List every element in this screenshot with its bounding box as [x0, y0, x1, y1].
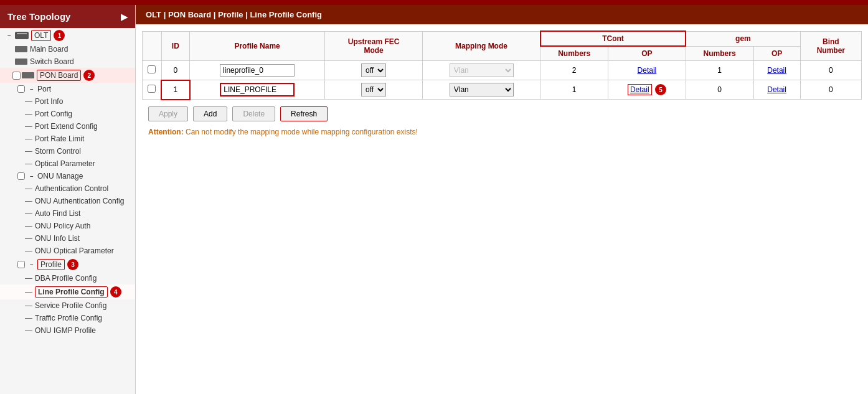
row1-profile-name-cell — [190, 80, 325, 100]
profile-section-checkbox[interactable] — [17, 261, 25, 268]
gem-group-header: gem — [686, 31, 800, 46]
row0-tcont-op-link[interactable]: Detail — [638, 66, 657, 75]
row0-profile-name-input[interactable] — [220, 64, 295, 77]
sidebar-item-port-info[interactable]: — Port Info — [0, 95, 135, 108]
row0-tcont-op-cell: Detail — [608, 61, 686, 80]
dash-icon: — — [25, 274, 32, 283]
sidebar-item-optical-parameter[interactable]: — Optical Parameter — [0, 157, 135, 170]
sidebar-item-onu-optical-param[interactable]: — ONU Optical Parameter — [0, 245, 135, 257]
row1-checkbox[interactable] — [148, 85, 156, 93]
refresh-button[interactable]: Refresh — [280, 106, 328, 121]
row0-upstream-fec-cell: off on — [324, 61, 422, 80]
expand-icon[interactable]: − — [27, 172, 36, 181]
row0-gem-op-link[interactable]: Detail — [767, 66, 786, 75]
expand-icon[interactable]: − — [5, 31, 14, 40]
onu-manage-checkbox[interactable] — [17, 172, 25, 180]
row1-mapping-mode-select[interactable]: Vlan GEM Port Priority Queue — [450, 83, 514, 96]
dash-icon: — — [25, 122, 32, 131]
sidebar-item-dba-profile-config[interactable]: — DBA Profile Config — [0, 272, 135, 284]
pon-board-label: PON Board — [37, 70, 81, 81]
apply-button[interactable]: Apply — [148, 106, 188, 121]
port-config-label: Port Config — [35, 110, 72, 118]
dash-icon: — — [25, 301, 32, 310]
row1-upstream-fec-cell: off on — [324, 80, 422, 100]
row1-tcont-op-cell: Detail 5 — [608, 80, 686, 100]
sidebar-collapse-icon[interactable]: ▶ — [121, 12, 128, 22]
dash-icon: — — [25, 246, 32, 255]
bind-number-col-header: BindNumber — [800, 31, 861, 61]
add-button[interactable]: Add — [193, 106, 227, 121]
sidebar-item-port-config[interactable]: — Port Config — [0, 108, 135, 120]
port-section-label: Port — [37, 85, 51, 93]
row1-bind-number-cell: 0 — [800, 80, 861, 100]
upstream-fec-col-header: Upstream FECMode — [324, 31, 422, 61]
sidebar-title: Tree Topology — [7, 11, 70, 22]
row0-upstream-fec-select[interactable]: off on — [361, 63, 386, 77]
id-col-header: ID — [161, 31, 190, 61]
storm-control-label: Storm Control — [35, 147, 81, 156]
profile-badge: 3 — [67, 259, 78, 270]
top-bar — [0, 0, 868, 5]
sidebar-header[interactable]: Tree Topology ▶ — [0, 5, 135, 28]
expand-icon[interactable]: − — [27, 85, 36, 93]
row1-mapping-mode-cell: Vlan GEM Port Priority Queue — [423, 80, 540, 100]
sidebar-item-onu-auth-config[interactable]: — ONU Authentication Config — [0, 195, 135, 207]
dba-profile-config-label: DBA Profile Config — [35, 274, 97, 283]
tcont-op-header: OP — [608, 46, 686, 61]
attention-label: Attention: — [148, 128, 184, 136]
line-profile-table: ID Profile Name Upstream FECMode Mapping… — [142, 30, 862, 100]
sidebar-item-service-profile-config[interactable]: — Service Profile Config — [0, 299, 135, 312]
board-icon — [22, 72, 34, 78]
port-extend-config-label: Port Extend Config — [35, 122, 98, 131]
board-icon — [15, 59, 27, 65]
sidebar-item-port-extend-config[interactable]: — Port Extend Config — [0, 120, 135, 133]
sidebar-item-auto-find-list[interactable]: — Auto Find List — [0, 207, 135, 220]
dash-icon: — — [25, 222, 32, 230]
sidebar-item-auth-control[interactable]: — Authentication Control — [0, 182, 135, 195]
row0-bind-number-cell: 0 — [800, 61, 861, 80]
device-icon — [15, 32, 29, 39]
checkbox-col-header — [143, 31, 162, 61]
delete-button[interactable]: Delete — [232, 106, 275, 121]
row1-tcont-op-link[interactable]: Detail — [628, 84, 652, 95]
sidebar-item-onu-info-list[interactable]: — ONU Info List — [0, 232, 135, 245]
sidebar-item-storm-control[interactable]: — Storm Control — [0, 145, 135, 157]
port-section-checkbox[interactable] — [17, 85, 25, 93]
row1-profile-name-input[interactable] — [220, 83, 295, 96]
row1-tcont-numbers-cell: 1 — [540, 80, 608, 100]
sidebar-item-pon-board[interactable]: PON Board 2 — [0, 68, 135, 83]
sidebar-item-port-section[interactable]: − Port — [0, 83, 135, 95]
attention-message: Can not modify the mapping mode while ma… — [186, 128, 418, 136]
profile-name-col-header: Profile Name — [190, 31, 325, 61]
sidebar-item-switch-board[interactable]: Switch Board — [0, 55, 135, 68]
mapping-mode-col-header: Mapping Mode — [423, 31, 540, 61]
sidebar-item-line-profile-config[interactable]: — Line Profile Config 4 — [0, 284, 135, 299]
main-board-label: Main Board — [30, 45, 68, 54]
row1-gem-op-link[interactable]: Detail — [767, 85, 786, 94]
sidebar-item-main-board[interactable]: Main Board — [0, 43, 135, 55]
sidebar-item-onu-igmp-profile[interactable]: — ONU IGMP Profile — [0, 324, 135, 337]
pon-board-checkbox[interactable] — [12, 72, 21, 80]
sidebar-item-profile-section[interactable]: − Profile 3 — [0, 257, 135, 272]
dash-icon: — — [25, 159, 32, 168]
dash-icon: — — [25, 234, 32, 243]
table-row: 0 off on — [143, 61, 862, 80]
sidebar-item-port-rate-limit[interactable]: — Port Rate Limit — [0, 133, 135, 145]
attention-text: Attention: Can not modify the mapping mo… — [142, 128, 862, 143]
row0-tcont-numbers-cell: 2 — [540, 61, 608, 80]
sidebar-item-traffic-profile-config[interactable]: — Traffic Profile Config — [0, 312, 135, 324]
row1-upstream-fec-select[interactable]: off on — [361, 83, 386, 96]
sidebar-item-olt[interactable]: − OLT 1 — [0, 28, 135, 43]
sidebar-item-onu-manage[interactable]: − ONU Manage — [0, 170, 135, 182]
line-profile-config-label: Line Profile Config — [35, 286, 108, 298]
olt-label: OLT — [31, 30, 51, 41]
table-container: ID Profile Name Upstream FECMode Mapping… — [136, 24, 868, 149]
tcont-numbers-header: Numbers — [540, 46, 608, 61]
line-profile-badge: 4 — [110, 286, 121, 298]
port-rate-limit-label: Port Rate Limit — [35, 134, 84, 143]
sidebar-item-onu-policy-auth[interactable]: — ONU Policy Auth — [0, 220, 135, 232]
row0-checkbox[interactable] — [148, 65, 156, 73]
expand-icon[interactable]: − — [27, 260, 36, 269]
dash-icon: — — [25, 147, 32, 156]
row0-mapping-mode-select[interactable]: Vlan GEM Port Priority Queue — [450, 63, 514, 77]
